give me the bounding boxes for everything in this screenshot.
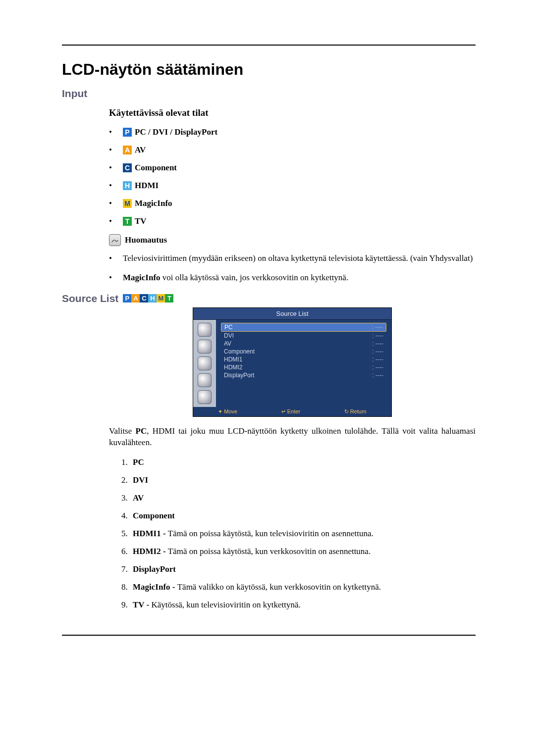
bottom-rule	[62, 635, 476, 636]
osd-row-value: : ----	[372, 340, 383, 347]
mode-label: Component	[135, 163, 177, 173]
mode-label: HDMI	[135, 181, 159, 191]
osd-row-label: DVI	[224, 332, 234, 339]
osd-row-value: : ----	[372, 332, 383, 339]
osd-row-value: : ----	[372, 356, 383, 363]
osd-side-icon	[198, 340, 212, 353]
note-item: •MagicInfo voi olla käytössä vain, jos v…	[109, 272, 476, 284]
note-label: Huomautus	[125, 235, 167, 245]
mode-label: MagicInfo	[135, 199, 172, 208]
osd-row-value: : ----	[372, 364, 383, 371]
osd-side-icon	[198, 356, 212, 370]
osd-main: PC: ----DVI: ----AV: ----Component: ----…	[216, 320, 391, 407]
osd-row-label: HDMI1	[224, 356, 242, 363]
osd-sidebar	[193, 320, 216, 407]
osd-enter: ↵ Enter	[281, 408, 300, 415]
source-icon: H	[148, 294, 157, 302]
note-header: Huomautus	[109, 234, 476, 246]
page-title: LCD-näytön säätäminen	[62, 60, 476, 79]
osd-row: HDMI1: ----	[221, 355, 386, 363]
mode-icon: P	[123, 128, 132, 137]
osd-footer: ✦ Move ↵ Enter ↻ Return	[193, 407, 391, 416]
source-intro: Valitse PC, HDMI tai joku muu LCD-näyttö…	[109, 426, 476, 449]
modes-heading: Käytettävissä olevat tilat	[109, 107, 476, 118]
osd-side-icon	[198, 323, 212, 337]
source-list-item: HDMI1 - Tämä on poissa käytöstä, kun tel…	[130, 529, 476, 539]
mode-icon: C	[123, 163, 132, 172]
source-list-item: PC	[130, 457, 476, 467]
source-list-item: AV	[130, 493, 476, 503]
mode-item: •AAV	[109, 145, 476, 155]
mode-item: •HHDMI	[109, 181, 476, 191]
source-list-item: MagicInfo - Tämä valikko on käytössä, ku…	[130, 582, 476, 592]
mode-label: TV	[135, 216, 147, 226]
osd-row: PC: ----	[221, 323, 386, 332]
note-item: •Televiosivirittimen (myydään erikseen) …	[109, 253, 476, 264]
osd-row: DisplayPort: ----	[221, 371, 386, 379]
mode-label: PC / DVI / DisplayPort	[135, 127, 217, 137]
source-list-item: HDMI2 - Tämä on poissa käytöstä, kun ver…	[130, 547, 476, 556]
source-icon-strip: PACHMT	[123, 294, 173, 302]
mode-label: AV	[135, 145, 146, 155]
osd-row-label: DisplayPort	[224, 372, 254, 379]
osd-side-icon	[198, 373, 212, 387]
mode-icon: T	[123, 217, 132, 226]
mode-item: •MMagicInfo	[109, 199, 476, 208]
osd-row: DVI: ----	[221, 332, 386, 340]
osd-row-label: PC	[224, 324, 233, 331]
source-icon: C	[140, 294, 148, 302]
source-list-item: DisplayPort	[130, 564, 476, 574]
mode-icon: H	[123, 181, 132, 190]
osd-row: AV: ----	[221, 340, 386, 348]
osd-row-value: : ----	[372, 348, 383, 355]
mode-item: •PPC / DVI / DisplayPort	[109, 127, 476, 137]
osd-move: ✦ Move	[218, 408, 237, 415]
osd-return: ↻ Return	[344, 408, 367, 415]
source-icon: T	[165, 294, 173, 302]
mode-list: •PPC / DVI / DisplayPort•AAV•CComponent•…	[109, 127, 476, 226]
source-items-list: PCDVIAVComponentHDMI1 - Tämä on poissa k…	[109, 457, 476, 610]
mode-icon: M	[123, 199, 132, 208]
source-list-item: DVI	[130, 475, 476, 485]
source-icon: M	[157, 294, 165, 302]
mode-icon: A	[123, 146, 132, 154]
source-list-item: TV - Käytössä, kun televisioviritin on k…	[130, 600, 476, 610]
source-list-heading: Source List	[62, 293, 118, 304]
osd-screenshot: Source List PC: ----DVI: ----AV: ----Com…	[193, 307, 392, 417]
osd-row: Component: ----	[221, 348, 386, 355]
top-rule	[62, 45, 476, 46]
input-heading: Input	[62, 88, 476, 100]
source-icon: P	[123, 294, 131, 302]
osd-title: Source List	[193, 308, 391, 320]
osd-side-icon	[198, 390, 212, 404]
source-icon: A	[131, 294, 140, 302]
osd-row-label: Component	[224, 348, 255, 355]
osd-row-value: : ----	[372, 372, 383, 379]
osd-row-value: : ----	[372, 324, 383, 331]
mode-item: •CComponent	[109, 163, 476, 173]
mode-item: •TTV	[109, 216, 476, 226]
osd-row-label: AV	[224, 340, 231, 347]
note-list: •Televiosivirittimen (myydään erikseen) …	[109, 253, 476, 284]
source-list-item: Component	[130, 511, 476, 521]
note-icon	[109, 234, 121, 246]
osd-row-label: HDMI2	[224, 364, 242, 371]
osd-row: HDMI2: ----	[221, 363, 386, 371]
